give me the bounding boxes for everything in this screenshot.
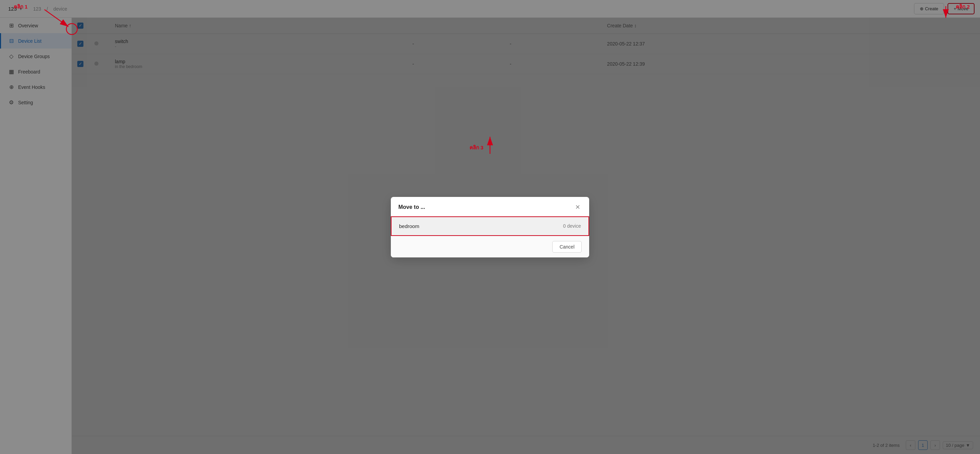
move-to-modal: Move to ... ✕ bedroom 0 device Cancel [391, 197, 589, 257]
group-count: 0 device [563, 223, 581, 229]
group-name: bedroom [399, 223, 419, 229]
modal-group-item[interactable]: bedroom 0 device [391, 216, 589, 236]
modal-footer: Cancel [391, 236, 589, 257]
modal-body: bedroom 0 device [391, 216, 589, 236]
modal-header: Move to ... ✕ [391, 197, 589, 216]
modal-title: Move to ... [398, 204, 425, 210]
modal-close-button[interactable]: ✕ [573, 203, 582, 211]
cancel-button[interactable]: Cancel [552, 241, 582, 252]
modal-overlay[interactable]: Move to ... ✕ bedroom 0 device Cancel [0, 0, 980, 454]
